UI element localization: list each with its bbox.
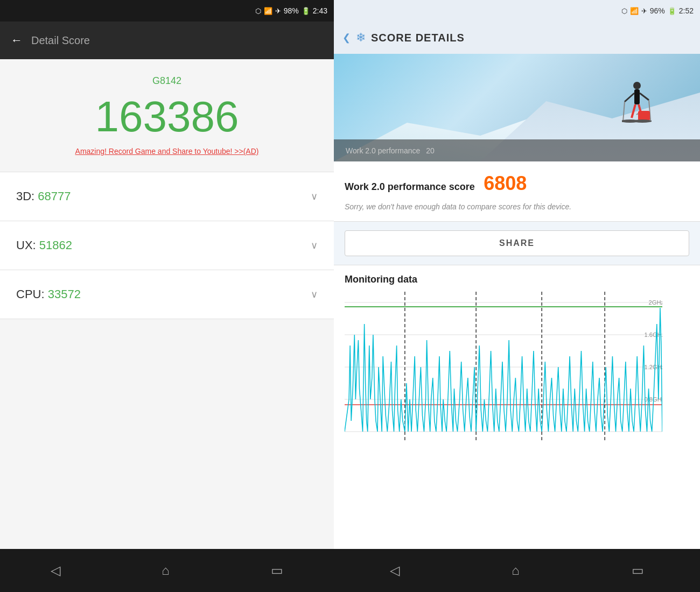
right-status-icons: ⬡ 📶 ✈ 96% 🔋 2:52 bbox=[621, 6, 694, 15]
svg-line-6 bbox=[623, 102, 625, 122]
svg-line-9 bbox=[636, 114, 638, 115]
score-label-3d: 3D: 68777 bbox=[16, 189, 71, 203]
chart-area: 2GHz 1.6GHz 1.2GHz 0.8GHz bbox=[345, 292, 662, 442]
score-value-3d: 68777 bbox=[38, 189, 71, 203]
hero-image: Work 2.0 performance 20 bbox=[334, 54, 700, 161]
svg-point-11 bbox=[633, 119, 652, 123]
perf-note: Sorry, we don't have enough data to comp… bbox=[345, 201, 689, 213]
signal-icon-right: 📶 bbox=[630, 7, 639, 15]
chevron-left-icon[interactable]: ❮ bbox=[342, 32, 351, 44]
monitoring-chart: 2GHz 1.6GHz 1.2GHz 0.8GHz bbox=[345, 292, 662, 442]
recents-nav-icon-right[interactable]: ▭ bbox=[632, 563, 644, 578]
main-score: 163386 bbox=[95, 95, 239, 138]
home-nav-icon-right[interactable]: ⌂ bbox=[512, 563, 520, 578]
signal-icon: 📶 bbox=[264, 7, 272, 15]
battery-icon-right: 🔋 bbox=[668, 7, 676, 15]
perf-label: Work 2.0 performance score bbox=[345, 181, 475, 192]
svg-rect-8 bbox=[638, 111, 650, 121]
left-bottom-nav: ◁ ⌂ ▭ bbox=[0, 549, 334, 592]
battery-left: 98% bbox=[284, 6, 299, 15]
left-status-icons: ⬡ 📶 ✈ 98% 🔋 2:43 bbox=[255, 6, 327, 15]
score-details-title: SCORE DETAILS bbox=[371, 32, 465, 44]
ad-text[interactable]: Amazing! Record Game and Share to Youtub… bbox=[75, 147, 259, 156]
chevron-cpu: ∨ bbox=[311, 288, 318, 300]
score-label-ux: UX: 51862 bbox=[16, 238, 72, 252]
nfc-icon: ⬡ bbox=[255, 7, 261, 15]
svg-line-4 bbox=[632, 104, 635, 118]
hero-label-text: Work 2.0 performance 20 bbox=[342, 145, 435, 156]
monitoring-section: Monitoring data 2GHz 1.6GHz 1.2GHz 0.8GH… bbox=[334, 265, 700, 549]
right-top-bar: ❮ ❄ SCORE DETAILS bbox=[334, 22, 700, 54]
score-row-cpu[interactable]: CPU: 33572 ∨ bbox=[0, 270, 334, 319]
battery-icon-left: 🔋 bbox=[302, 7, 310, 15]
score-section: G8142 163386 Amazing! Record Game and Sh… bbox=[0, 59, 334, 172]
left-top-bar: ← Detail Score bbox=[0, 22, 334, 59]
time-right: 2:52 bbox=[679, 6, 694, 15]
score-row-ux[interactable]: UX: 51862 ∨ bbox=[0, 221, 334, 270]
nfc-icon-right: ⬡ bbox=[621, 7, 627, 15]
hero-overlay: Work 2.0 performance 20 bbox=[334, 139, 700, 161]
score-row-3d[interactable]: 3D: 68777 ∨ bbox=[0, 172, 334, 221]
detail-score-title: Detail Score bbox=[31, 34, 90, 47]
snowflake-icon: ❄ bbox=[356, 31, 366, 45]
score-value-ux: 51862 bbox=[39, 238, 72, 252]
chart-container: 2GHz 1.6GHz 1.2GHz 0.8GHz bbox=[345, 292, 689, 442]
airplane-icon: ✈ bbox=[275, 7, 281, 15]
time-left: 2:43 bbox=[313, 6, 327, 15]
left-panel: ⬡ 📶 ✈ 98% 🔋 2:43 ← Detail Score G8142 16… bbox=[0, 0, 334, 592]
score-label-cpu: CPU: 33572 bbox=[16, 287, 81, 301]
score-items: 3D: 68777 ∨ UX: 51862 ∨ CPU: 33572 ∨ bbox=[0, 172, 334, 549]
performance-score-section: Work 2.0 performance score 6808 Sorry, w… bbox=[334, 161, 700, 222]
share-section: SHARE bbox=[334, 222, 700, 265]
back-button[interactable]: ← bbox=[11, 33, 23, 47]
chevron-3d: ∨ bbox=[311, 191, 318, 202]
hero-title: Work 2.0 performance bbox=[346, 146, 420, 155]
left-status-bar: ⬡ 📶 ✈ 98% 🔋 2:43 bbox=[0, 0, 334, 22]
recents-nav-icon[interactable]: ▭ bbox=[271, 563, 283, 578]
perf-score: 6808 bbox=[484, 172, 527, 194]
svg-text:1.2GHz: 1.2GHz bbox=[644, 364, 662, 370]
chevron-ux: ∨ bbox=[311, 239, 318, 251]
home-nav-icon[interactable]: ⌂ bbox=[162, 563, 170, 578]
right-panel: ⬡ 📶 ✈ 96% 🔋 2:52 ❮ ❄ SCORE DETAILS bbox=[334, 0, 700, 592]
score-value-cpu: 33572 bbox=[48, 287, 81, 301]
monitoring-title: Monitoring data bbox=[345, 274, 689, 285]
skier-figure bbox=[622, 81, 652, 135]
svg-rect-1 bbox=[634, 89, 640, 104]
svg-text:2GHz: 2GHz bbox=[649, 299, 662, 306]
svg-point-0 bbox=[633, 82, 641, 89]
svg-line-2 bbox=[625, 93, 634, 102]
svg-line-3 bbox=[640, 93, 649, 100]
back-nav-icon[interactable]: ◁ bbox=[51, 563, 60, 578]
right-status-bar: ⬡ 📶 ✈ 96% 🔋 2:52 bbox=[334, 0, 700, 22]
hero-version: 20 bbox=[426, 146, 435, 155]
battery-right: 96% bbox=[650, 6, 665, 15]
airplane-icon-right: ✈ bbox=[641, 7, 647, 15]
back-nav-icon-right[interactable]: ◁ bbox=[390, 563, 400, 578]
right-bottom-nav: ◁ ⌂ ▭ bbox=[334, 549, 700, 592]
share-button[interactable]: SHARE bbox=[345, 230, 689, 256]
device-name: G8142 bbox=[152, 75, 181, 87]
